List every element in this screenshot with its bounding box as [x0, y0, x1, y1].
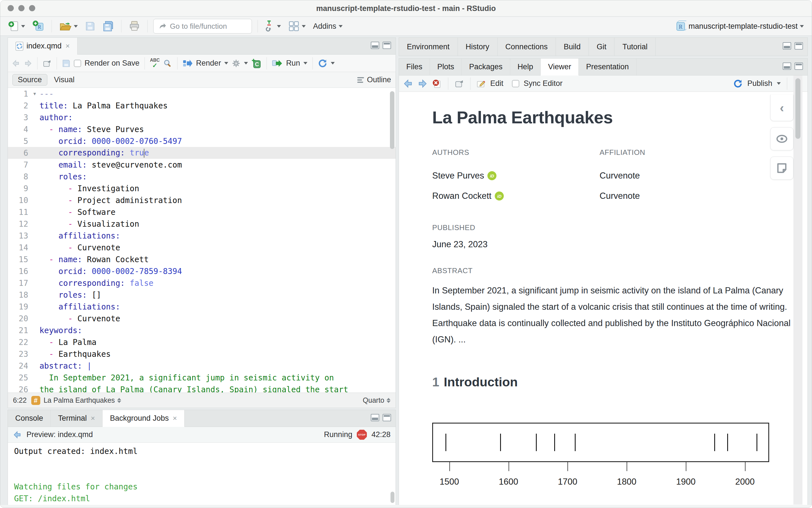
publish-label[interactable]: Publish — [747, 79, 772, 88]
minimize-pane-icon[interactable] — [783, 42, 791, 50]
tab-help[interactable]: Help — [510, 58, 541, 75]
code-line[interactable]: 13 affiliations: — [8, 230, 396, 242]
code-line[interactable]: 25 In September 2021, a significant jump… — [8, 372, 396, 384]
tab-plots[interactable]: Plots — [430, 58, 462, 75]
fold-arrow-icon[interactable]: ▼ — [30, 91, 39, 96]
file-type-selector[interactable]: Quarto — [363, 396, 391, 405]
forward-icon[interactable] — [24, 59, 32, 67]
save-all-button[interactable] — [101, 20, 116, 33]
minimize-pane-icon[interactable] — [371, 414, 379, 421]
maximize-pane-icon[interactable] — [795, 62, 803, 70]
console-scrollbar[interactable] — [391, 492, 395, 503]
code-line[interactable]: 19 affiliations: — [8, 301, 396, 312]
code-line[interactable]: 11 - Software — [8, 206, 396, 218]
code-line[interactable]: 7 email: steve@curvenote.com — [8, 159, 396, 171]
version-control-button[interactable] — [263, 19, 283, 34]
viewer-document[interactable]: La Palma Earthquakes AUTHORS AFFILIATION… — [399, 92, 808, 505]
stop-job-icon[interactable]: STOP — [357, 430, 367, 440]
save-button[interactable] — [83, 20, 97, 32]
caret-down-icon[interactable] — [331, 62, 335, 65]
code-line[interactable]: 9 - Investigation — [8, 182, 396, 194]
orcid-icon[interactable]: iD — [495, 192, 504, 201]
tab-terminal[interactable]: Terminal× — [51, 410, 103, 427]
visual-mode-button[interactable]: Visual — [49, 74, 80, 85]
sync-editor-checkbox[interactable] — [512, 80, 519, 87]
clear-viewer-icon[interactable] — [432, 79, 442, 89]
maximize-pane-icon[interactable] — [795, 42, 803, 50]
code-line[interactable]: 16 orcid: 0000-0002-7859-8394 — [8, 265, 396, 277]
tab-history[interactable]: History — [458, 38, 497, 56]
code-line[interactable]: 20 - Curvenote — [8, 312, 396, 325]
caret-down-icon[interactable] — [777, 82, 781, 85]
caret-down-icon[interactable] — [303, 62, 308, 65]
code-line[interactable]: 17 corresponding: false — [8, 277, 396, 289]
code-line[interactable]: 8 roles: — [8, 171, 396, 182]
code-line[interactable]: 5 orcid: 0000-0002-0760-5497 — [8, 135, 396, 147]
visual-toggle-button[interactable] — [770, 127, 794, 151]
new-file-button[interactable] — [6, 19, 27, 33]
close-tab-icon[interactable]: × — [173, 414, 177, 423]
code-line[interactable]: 15 - name: Rowan Cockett — [8, 253, 396, 265]
code-line[interactable]: 6 corresponding: true — [8, 147, 396, 159]
code-editor[interactable]: 1▼---2title: La Palma Earthquakes3author… — [8, 88, 396, 393]
new-project-button[interactable]: R — [31, 19, 46, 33]
source-mode-button[interactable]: Source — [12, 74, 47, 86]
minimize-pane-icon[interactable] — [371, 42, 379, 49]
code-line[interactable]: 12 - Visualization — [8, 218, 396, 230]
code-line[interactable]: 21keywords: — [8, 325, 396, 336]
spellcheck-icon[interactable]: ABC ✓ — [150, 58, 160, 69]
print-button[interactable] — [127, 20, 142, 33]
forward-icon[interactable] — [417, 79, 427, 88]
new-chunk-icon[interactable]: C — [251, 58, 261, 69]
tab-connections[interactable]: Connections — [497, 38, 556, 56]
collapse-panel-button[interactable]: ‹ — [770, 95, 794, 121]
jobs-output[interactable]: Output created: index.html Watching file… — [8, 443, 396, 505]
open-file-button[interactable] — [57, 20, 79, 33]
back-icon[interactable] — [13, 431, 22, 439]
tab-background-jobs[interactable]: Background Jobs× — [103, 410, 185, 427]
tab-viewer[interactable]: Viewer — [541, 58, 579, 76]
editor-scrollbar[interactable] — [390, 91, 395, 149]
orcid-icon[interactable]: iD — [487, 171, 496, 180]
back-icon[interactable] — [403, 79, 413, 88]
code-line[interactable]: 4 - name: Steve Purves — [8, 123, 396, 135]
tab-environment[interactable]: Environment — [399, 38, 458, 56]
minimize-pane-icon[interactable] — [783, 62, 791, 70]
code-line[interactable]: 23 - Earthquakes — [8, 348, 396, 360]
code-line[interactable]: 3author: — [8, 112, 396, 123]
tab-console[interactable]: Console — [8, 410, 51, 427]
render-label[interactable]: Render — [196, 59, 221, 68]
maximize-pane-icon[interactable] — [382, 42, 391, 49]
back-icon[interactable] — [12, 59, 20, 67]
tab-presentation[interactable]: Presentation — [579, 58, 637, 75]
tab-tutorial[interactable]: Tutorial — [614, 38, 656, 56]
addins-button[interactable]: Addins — [311, 21, 344, 32]
tab-git[interactable]: Git — [589, 38, 615, 56]
outline-button[interactable]: Outline — [357, 76, 391, 84]
viewer-scrollbar-track[interactable] — [794, 76, 802, 505]
popout-icon[interactable] — [43, 59, 51, 68]
notes-button[interactable] — [770, 157, 794, 180]
close-tab-icon[interactable]: × — [91, 414, 95, 423]
project-menu-button[interactable]: R manuscript-template-rstudio-test — [674, 19, 806, 33]
tab-index-qmd[interactable]: index.qmd × — [8, 38, 78, 55]
workspace-panes-button[interactable] — [287, 19, 308, 33]
rerun-icon[interactable] — [318, 58, 327, 68]
close-tab-icon[interactable]: × — [66, 42, 70, 50]
render-on-save-checkbox[interactable] — [74, 60, 81, 67]
caret-down-icon[interactable] — [224, 62, 228, 65]
search-icon[interactable] — [163, 59, 172, 68]
edit-label[interactable]: Edit — [490, 79, 503, 88]
goto-file-input[interactable] — [169, 22, 247, 31]
run-label[interactable]: Run — [286, 59, 300, 68]
code-line[interactable]: 22 - La Palma — [8, 336, 396, 348]
viewer-scrollbar-thumb[interactable] — [796, 78, 801, 139]
gear-icon[interactable] — [232, 59, 241, 68]
save-icon[interactable] — [62, 59, 71, 68]
tab-build[interactable]: Build — [556, 38, 589, 56]
caret-down-icon[interactable] — [244, 62, 248, 65]
code-line[interactable]: 2title: La Palma Earthquakes — [8, 100, 396, 112]
popout-icon[interactable] — [454, 79, 464, 88]
code-line[interactable]: 14 - Curvenote — [8, 242, 396, 253]
goto-file-search[interactable] — [153, 19, 252, 34]
